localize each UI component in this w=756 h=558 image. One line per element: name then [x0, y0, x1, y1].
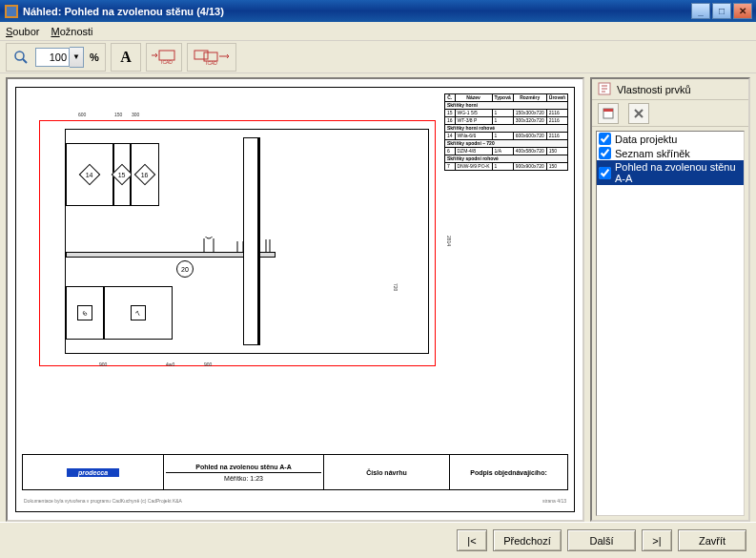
icad-left-group: ICAD: [146, 43, 182, 72]
list-item[interactable]: Pohled na zvolenou stěnu A-A: [597, 160, 744, 185]
icad-import-button[interactable]: ICAD: [149, 46, 179, 69]
next-button[interactable]: Další: [567, 529, 636, 551]
badge-15: 15: [112, 164, 133, 186]
footer-left: Dokumentace byla vytvořena v programu Ca…: [24, 498, 182, 504]
badge-16: 16: [134, 164, 156, 186]
svg-line-3: [23, 59, 27, 63]
dim-bot3: 900: [204, 362, 212, 367]
tb-logo-cell: prodecca: [23, 455, 164, 489]
tb-sign-cell: Podpis objednávajícího:: [450, 455, 567, 489]
dim-bot2: 4w0: [166, 362, 174, 367]
sidebar-delete-button[interactable]: [628, 103, 649, 124]
font-group: A: [111, 43, 141, 72]
icad-export-button[interactable]: ICAD: [190, 46, 234, 69]
zoom-combo[interactable]: ▼: [35, 47, 84, 68]
list-item-label: Pohled na zvolenou stěnu A-A: [615, 161, 742, 184]
tb-scale-text: Měřítko: 1:23: [166, 472, 321, 482]
svg-rect-11: [603, 109, 613, 112]
menu-file[interactable]: Soubor: [6, 26, 39, 37]
dim-bot1: 900: [99, 362, 107, 367]
list-item-label: Seznam skříněk: [615, 148, 690, 159]
prev-button[interactable]: Předchozí: [493, 529, 562, 551]
zoom-group: ▼ %: [6, 43, 106, 72]
window-title: Náhled: Pohled na zvolenou stěnu (4/13): [23, 6, 691, 17]
menubar: Soubor Možnosti: [0, 22, 756, 41]
badge-7: 7: [131, 305, 146, 320]
sidebar-toolbar: [592, 100, 748, 127]
zoom-dropdown-icon[interactable]: ▼: [70, 47, 84, 68]
sheet-footer: Dokumentace byla vytvořena v programu Ca…: [24, 498, 566, 504]
room-outline: 14 15 16 20: [65, 129, 429, 354]
sidebar-title: Vlastnosti prvků: [617, 84, 691, 95]
svg-text:ICAD: ICAD: [161, 59, 173, 65]
tb-sign-label: Podpis objednávajícího:: [470, 469, 547, 476]
preview-panel: Č. Název Typová Rozměry Úroveň Skříňky h…: [6, 77, 584, 522]
dim-right: 2814: [446, 236, 452, 246]
dim-top2: 150: [114, 112, 122, 117]
maximize-button[interactable]: □: [712, 3, 731, 19]
sidebar-title-row: Vlastnosti prvků: [592, 79, 748, 100]
badge-20: 20: [176, 260, 194, 278]
parts-table: Č. Název Typová Rozměry Úroveň Skříňky h…: [444, 93, 568, 171]
menu-options[interactable]: Možnosti: [51, 26, 92, 37]
tb-main-cell: Pohled na zvolenou stěnu A-A Měřítko: 1:…: [164, 455, 324, 489]
first-button[interactable]: |<: [457, 529, 487, 551]
tb-main-text: Pohled na zvolenou stěnu A-A: [195, 464, 291, 470]
toolbar: ▼ % A ICAD ICAD: [0, 41, 756, 73]
dim-top1: 600: [78, 112, 86, 117]
sidebar: Vlastnosti prvků Data projektu Seznam sk…: [590, 77, 750, 522]
fixture: [199, 237, 276, 254]
cabinet-6: 6: [66, 286, 104, 340]
font-a-button[interactable]: A: [113, 46, 138, 69]
cabinet-16: 16: [131, 143, 159, 206]
cabinet-15: 15: [113, 143, 131, 206]
cabinet-7: 7: [104, 286, 173, 340]
close-button[interactable]: ✕: [733, 3, 752, 19]
checkbox-data-projektu[interactable]: [599, 133, 611, 145]
tall-panel: [243, 137, 258, 345]
list-item[interactable]: Seznam skříněk: [597, 146, 744, 160]
svg-point-2: [15, 52, 24, 60]
properties-icon: [598, 82, 611, 97]
list-item[interactable]: Data projektu: [597, 132, 744, 146]
zoom-input[interactable]: [35, 48, 70, 67]
minimize-button[interactable]: _: [691, 3, 710, 19]
zoom-icon[interactable]: [9, 46, 33, 69]
dim-top3: 300: [132, 112, 139, 117]
close-dialog-button[interactable]: Zavřít: [678, 529, 746, 551]
tb-number-label: Číslo návrhu: [366, 469, 406, 476]
menu-options-label: ožnosti: [60, 26, 93, 37]
last-button[interactable]: >|: [642, 529, 672, 551]
percent-label: %: [86, 46, 103, 69]
sidebar-list: Data projektu Seznam skříněk Pohled na z…: [596, 131, 745, 516]
svg-rect-6: [194, 51, 208, 59]
drawing-frame: 600 150 300 14 15 16: [39, 120, 436, 366]
badge-14: 14: [79, 164, 101, 186]
sidebar-edit-button[interactable]: [598, 103, 619, 124]
svg-text:ICAD: ICAD: [206, 60, 217, 65]
menu-file-label: oubor: [12, 26, 39, 37]
titlebar: Náhled: Pohled na zvolenou stěnu (4/13) …: [0, 0, 756, 22]
badge-6: 6: [77, 305, 92, 320]
logo-label: prodecca: [67, 468, 119, 477]
wall-edge: [258, 137, 260, 345]
checkbox-seznam-skrinek[interactable]: [599, 147, 611, 159]
checkbox-pohled[interactable]: [599, 167, 611, 179]
page-sheet: Č. Název Typová Rozměry Úroveň Skříňky h…: [15, 87, 575, 512]
tb-number-cell: Číslo návrhu: [324, 455, 450, 489]
bottom-bar: |< Předchozí Další >| Zavřít: [0, 522, 756, 558]
title-block: prodecca Pohled na zvolenou stěnu A-A Mě…: [22, 454, 568, 490]
icad-right-group: ICAD: [187, 43, 236, 72]
list-item-label: Data projektu: [615, 134, 677, 145]
cabinet-14: 14: [66, 143, 113, 206]
svg-rect-1: [7, 7, 16, 16]
dim-side: 720: [393, 283, 398, 291]
footer-right: strana 4/13: [542, 498, 566, 504]
app-icon: [4, 4, 19, 19]
